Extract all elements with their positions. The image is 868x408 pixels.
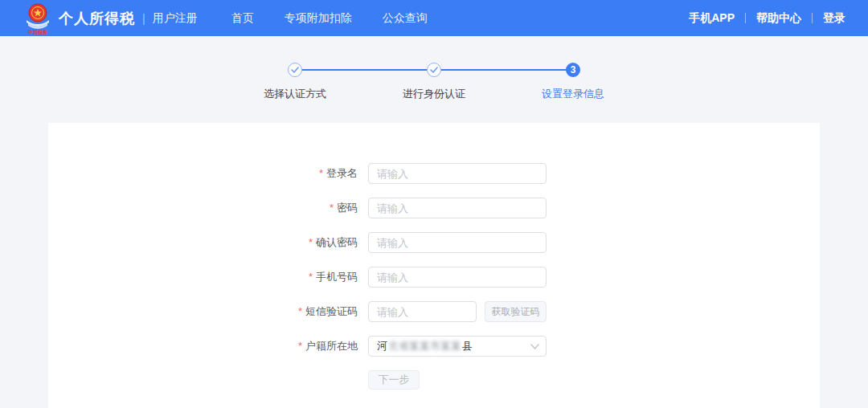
required-marker: *: [309, 271, 313, 283]
form-row-login-name: *登录名: [48, 163, 820, 184]
registered-residence-select[interactable]: 河北省某某市某某县: [368, 336, 547, 357]
step-1-label: 选择认证方式: [264, 87, 326, 101]
app-header: 中国税务 个人所得税 | 用户注册 首页 专项附加扣除 公众查询 手机APP 帮…: [0, 0, 868, 36]
confirm-password-input[interactable]: [368, 232, 547, 253]
step-3-number-badge: 3: [566, 63, 580, 77]
required-marker: *: [298, 340, 302, 352]
form-row-mobile-number: *手机号码: [48, 267, 820, 288]
select-value-suffix: 县: [462, 339, 473, 353]
field-label: *确认密码: [48, 235, 368, 250]
field-label: *登录名: [48, 166, 368, 181]
step-2-label: 进行身份认证: [403, 87, 465, 101]
page-subtitle: 用户注册: [153, 11, 198, 26]
field-label: *密码: [48, 201, 368, 215]
step-1-choose-auth-method: 选择认证方式: [245, 63, 345, 101]
brand: 中国税务 个人所得税 | 用户注册: [24, 2, 198, 35]
required-marker: *: [319, 167, 323, 179]
registration-card: *登录名 *密码 *确认密码 *手机号码 *短信验证码: [48, 123, 820, 408]
stepper: 选择认证方式 进行身份认证 3 设置登录信息: [245, 36, 623, 101]
nav-item-public-query[interactable]: 公众查询: [383, 11, 428, 26]
select-value-masked: 北省某某市某某: [388, 339, 461, 353]
link-login[interactable]: 登录: [823, 11, 845, 26]
link-mobile-app[interactable]: 手机APP: [689, 11, 735, 26]
header-divider: [812, 13, 813, 23]
stepper-section: 选择认证方式 进行身份认证 3 设置登录信息: [0, 36, 868, 123]
select-value-prefix: 河: [377, 339, 387, 353]
required-marker: *: [330, 202, 334, 214]
step-2-identity-verification: 进行身份认证: [384, 63, 484, 101]
form-row-confirm-password: *确认密码: [48, 232, 820, 253]
header-right: 手机APP 帮助中心 登录: [689, 11, 845, 26]
field-label: *短信验证码: [48, 304, 368, 319]
step-1-check-icon: [288, 63, 302, 77]
field-label: *手机号码: [48, 270, 368, 284]
field-label: *户籍所在地: [48, 339, 368, 353]
form-row-submit: 下一步: [48, 370, 820, 390]
login-name-input[interactable]: [368, 163, 547, 184]
header-divider: [745, 13, 746, 23]
nav-item-special-deductions[interactable]: 专项附加扣除: [285, 11, 352, 26]
brand-separator: |: [142, 12, 145, 25]
sms-code-input[interactable]: [368, 301, 477, 322]
tax-bureau-logo-icon: 中国税务: [24, 2, 51, 35]
password-input[interactable]: [368, 198, 547, 218]
required-marker: *: [309, 236, 313, 248]
get-sms-code-button[interactable]: 获取验证码: [485, 301, 547, 322]
step-3-label: 设置登录信息: [542, 87, 604, 101]
step-3-set-login-info: 3 设置登录信息: [523, 63, 623, 101]
app-title: 个人所得税: [59, 9, 135, 28]
chevron-down-icon: [530, 344, 539, 349]
form-row-password: *密码: [48, 198, 820, 218]
form-row-sms-code: *短信验证码 获取验证码: [48, 301, 820, 322]
step-2-check-icon: [427, 63, 441, 77]
main-nav: 首页 专项附加扣除 公众查询: [231, 11, 458, 26]
next-step-button[interactable]: 下一步: [368, 370, 420, 390]
nav-item-home[interactable]: 首页: [231, 11, 254, 26]
logo-caption: 中国税务: [28, 29, 48, 35]
form-row-registered-residence: *户籍所在地 河北省某某市某某县: [48, 336, 820, 357]
required-marker: *: [298, 305, 302, 317]
mobile-number-input[interactable]: [368, 267, 547, 288]
link-help-center[interactable]: 帮助中心: [756, 11, 801, 26]
